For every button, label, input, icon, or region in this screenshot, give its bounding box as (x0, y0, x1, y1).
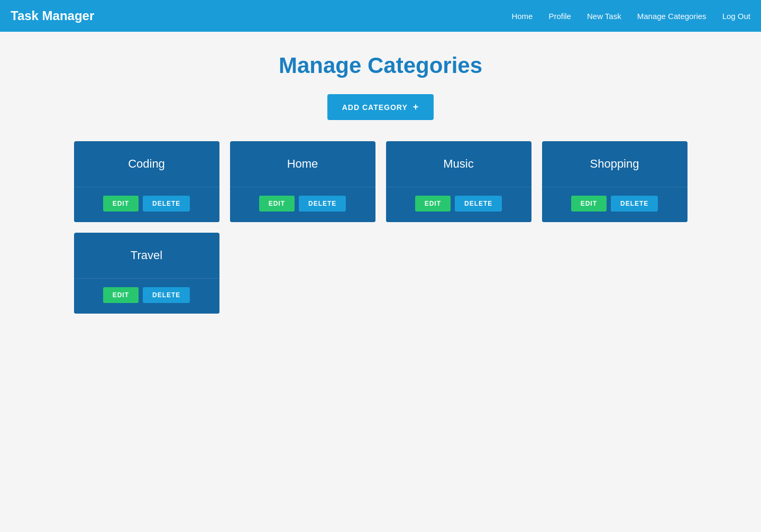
category-name-coding: Coding (74, 141, 219, 187)
delete-button-shopping[interactable]: DELETE (611, 196, 658, 212)
brand-logo[interactable]: Task Manager (11, 8, 94, 23)
main-content: Manage Categories ADD CATEGORY + Coding … (63, 32, 698, 335)
navbar-links: Home Profile New Task Manage Categories … (511, 12, 750, 21)
new-task-link[interactable]: New Task (587, 12, 621, 21)
add-category-wrapper: ADD CATEGORY + (74, 94, 687, 120)
edit-button-coding[interactable]: EDIT (103, 196, 139, 212)
edit-button-home[interactable]: EDIT (259, 196, 295, 212)
edit-button-travel[interactable]: EDIT (103, 287, 139, 303)
category-name-home: Home (230, 141, 375, 187)
delete-button-travel[interactable]: DELETE (143, 287, 190, 303)
category-card-home: Home EDIT DELETE (230, 141, 375, 222)
category-actions-coding: EDIT DELETE (74, 187, 219, 222)
categories-grid-row1: Coding EDIT DELETE Home EDIT DELETE Musi… (74, 141, 687, 222)
plus-icon: + (413, 102, 419, 113)
page-title: Manage Categories (74, 53, 687, 78)
category-card-shopping: Shopping EDIT DELETE (542, 141, 687, 222)
edit-button-music[interactable]: EDIT (415, 196, 451, 212)
manage-categories-link[interactable]: Manage Categories (637, 12, 707, 21)
delete-button-music[interactable]: DELETE (455, 196, 502, 212)
category-name-travel: Travel (74, 233, 219, 278)
logout-link[interactable]: Log Out (722, 12, 750, 21)
category-name-music: Music (386, 141, 531, 187)
category-card-music: Music EDIT DELETE (386, 141, 531, 222)
category-actions-shopping: EDIT DELETE (542, 187, 687, 222)
category-actions-music: EDIT DELETE (386, 187, 531, 222)
category-actions-home: EDIT DELETE (230, 187, 375, 222)
add-category-label: ADD CATEGORY (342, 103, 408, 112)
category-actions-travel: EDIT DELETE (74, 278, 219, 314)
delete-button-coding[interactable]: DELETE (143, 196, 190, 212)
edit-button-shopping[interactable]: EDIT (571, 196, 607, 212)
category-card-travel: Travel EDIT DELETE (74, 233, 219, 314)
add-category-button[interactable]: ADD CATEGORY + (327, 94, 434, 120)
profile-link[interactable]: Profile (548, 12, 571, 21)
category-name-shopping: Shopping (542, 141, 687, 187)
delete-button-home[interactable]: DELETE (299, 196, 346, 212)
categories-grid-row2: Travel EDIT DELETE (74, 233, 687, 314)
navbar: Task Manager Home Profile New Task Manag… (0, 0, 761, 32)
home-link[interactable]: Home (511, 12, 533, 21)
category-card-coding: Coding EDIT DELETE (74, 141, 219, 222)
